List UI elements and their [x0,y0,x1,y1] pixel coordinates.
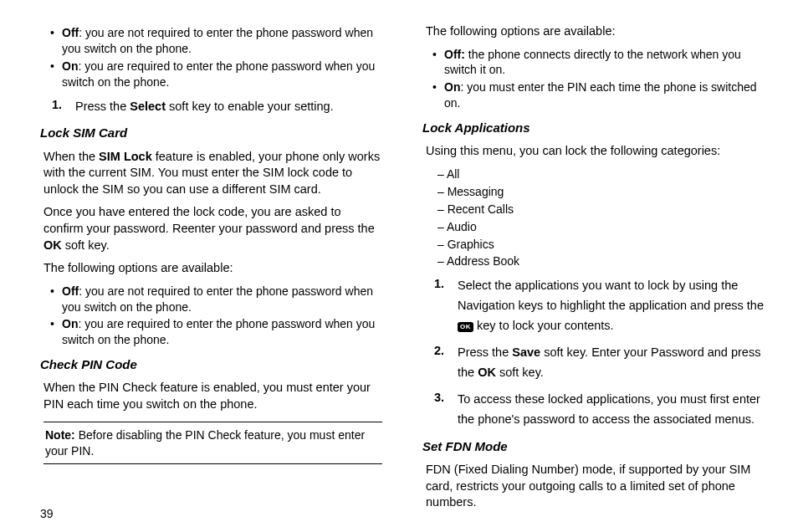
bullet-list-right: • Off: the phone connects directly to th… [422,47,765,112]
left-column: • Off: you are not required to enter the… [40,23,382,492]
step-text: Press the Select soft key to enable your… [75,97,382,117]
dash-item: – Messaging [437,184,765,200]
fdn-para: FDN (Fixed Dialing Number) mode, if supp… [426,462,765,511]
bullet-text: : you are required to enter the phone pa… [62,317,375,346]
bullet-on: • On: you must enter the PIN each time t… [432,79,765,111]
bullet-off: • Off: you are not required to enter the… [50,284,382,315]
step-number: 2. [434,343,458,383]
dash-list: – All – Messaging – Recent Calls – Audio… [437,166,765,269]
right-column: The following options are available: • O… [422,23,765,492]
step-1: 1. Press the Select soft key to enable y… [52,97,382,117]
bullet-lead: On [62,317,78,330]
step-number: 3. [434,390,458,430]
dash-item: – Graphics [437,237,765,253]
heading-lock-sim: Lock SIM Card [40,125,382,141]
options-intro-right: The following options are available: [426,23,765,40]
ok-key-icon: OK [458,322,473,332]
lock-sim-para-1: When the SIM Lock feature is enabled, yo… [43,149,382,198]
bullet-text: the phone connects directly to the netwo… [444,48,741,77]
dash-item: – All [437,166,765,182]
step-text: Select the applications you want to lock… [458,276,765,336]
step-1: 1. Select the applications you want to l… [434,276,765,336]
manual-page: • Off: you are not required to enter the… [0,0,798,532]
lock-sim-para-2: Once you have entered the lock code, you… [43,204,382,253]
two-column-layout: • Off: you are not required to enter the… [40,23,765,492]
bullet-text: : you are not required to enter the phon… [62,284,373,314]
bullet-lead: Off [62,284,79,298]
dash-item: – Recent Calls [437,202,765,217]
bullet-icon: • [50,25,62,57]
step-number: 1. [52,97,75,117]
note-label: Note: [45,428,75,442]
check-pin-para: When the PIN Check feature is enabled, y… [43,380,382,412]
bullet-on: • On: you are required to enter the phon… [50,59,382,90]
heading-lock-apps: Lock Applications [422,120,765,136]
bullet-text: : you are required to enter the phone pa… [62,59,375,89]
bullet-text: : you must enter the PIN each time the p… [444,80,757,110]
dash-item: – Address Book [437,253,765,269]
bullet-off: • Off: the phone connects directly to th… [432,47,765,79]
bullet-on: • On: you are required to enter the phon… [50,316,382,348]
bullet-list-1: • Off: you are not required to enter the… [40,25,382,90]
step-text: Press the Save soft key. Enter your Pass… [458,343,765,383]
step-3: 3. To access these locked applications, … [434,390,765,430]
step-2: 2. Press the Save soft key. Enter your P… [434,343,765,383]
step-number: 1. [434,276,458,336]
bullet-lead: On [62,59,78,73]
note-text: Before disabling the PIN Check feature, … [45,428,365,458]
bullet-icon: • [50,59,62,90]
bullet-off: • Off: you are not required to enter the… [50,25,382,57]
bullet-icon: • [432,47,444,79]
heading-check-pin: Check PIN Code [40,356,382,373]
bullet-icon: • [50,284,62,315]
dash-item: – Audio [437,219,765,235]
step-text: To access these locked applications, you… [458,390,765,430]
heading-fdn: Set FDN Mode [422,438,765,455]
lock-apps-intro: Using this menu, you can lock the follow… [426,143,765,160]
note-box: Note: Before disabling the PIN Check fea… [43,422,382,465]
bullet-icon: • [50,316,62,348]
options-intro: The following options are available: [43,260,382,277]
bullet-list-2: • Off: you are not required to enter the… [40,284,382,349]
page-number: 39 [40,507,54,520]
bullet-lead: Off: [444,48,465,61]
bullet-lead: Off [62,26,79,39]
bullet-text: : you are not required to enter the phon… [62,26,373,55]
bullet-lead: On [444,80,460,94]
bullet-icon: • [432,79,444,111]
